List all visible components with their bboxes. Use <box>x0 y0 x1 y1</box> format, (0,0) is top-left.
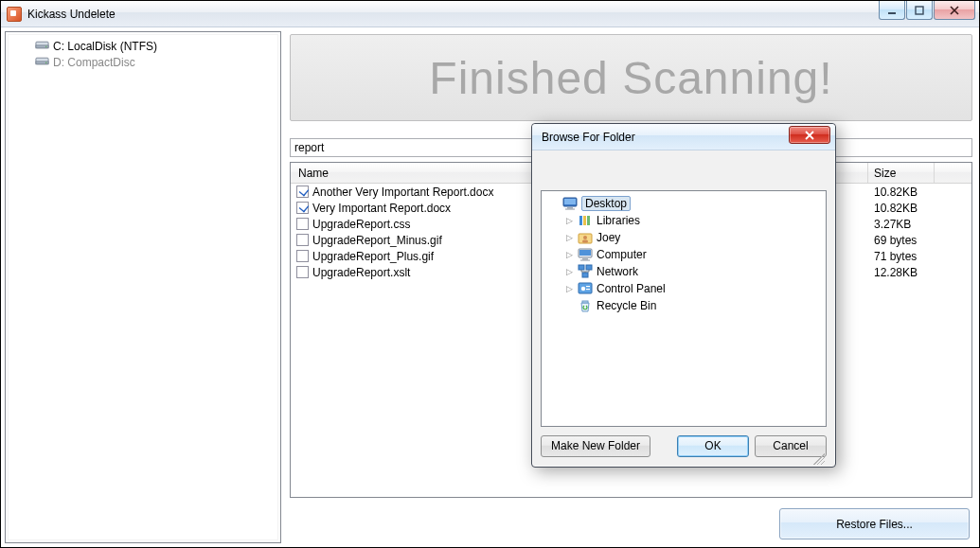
titlebar[interactable]: Kickass Undelete <box>1 1 979 27</box>
expand-arrow-icon[interactable]: ▷ <box>564 233 574 242</box>
svg-point-4 <box>45 46 47 48</box>
minimize-icon <box>887 6 897 15</box>
folder-label: Recycle Bin <box>597 299 656 312</box>
drive-label: C: LocalDisk (NTFS) <box>53 40 157 53</box>
status-banner: Finished Scanning! <box>290 34 972 121</box>
file-name: Another Very Important Report.docx <box>312 186 493 199</box>
svg-rect-13 <box>583 216 586 225</box>
column-header-size[interactable]: Size <box>868 163 935 183</box>
drive-label: D: CompactDisc <box>53 56 135 69</box>
close-icon <box>950 6 959 15</box>
folder-label: Computer <box>597 248 647 261</box>
ok-button[interactable]: OK <box>677 435 749 457</box>
svg-rect-20 <box>582 258 588 260</box>
folder-label: Desktop <box>581 196 631 211</box>
svg-rect-14 <box>587 216 590 225</box>
file-name: UpgradeReport.xslt <box>312 266 410 279</box>
restore-files-button[interactable]: Restore Files... <box>779 508 970 539</box>
svg-rect-19 <box>579 250 591 256</box>
folder-tree[interactable]: Desktop▷Libraries▷Joey▷Computer▷Network▷… <box>541 190 827 427</box>
svg-rect-0 <box>888 12 896 14</box>
drive-item[interactable]: D: CompactDisc <box>11 54 275 70</box>
user-icon <box>578 230 593 245</box>
desktop-icon <box>562 196 578 211</box>
expand-arrow-icon[interactable]: ▷ <box>564 284 574 293</box>
file-size: 10.82KB <box>868 185 935 200</box>
svg-rect-9 <box>564 199 576 204</box>
row-checkbox[interactable] <box>296 218 309 230</box>
svg-rect-10 <box>567 207 573 209</box>
svg-rect-22 <box>579 265 584 270</box>
expand-arrow-icon[interactable]: ▷ <box>564 216 574 225</box>
file-size: 69 bytes <box>868 233 935 248</box>
control-icon <box>578 281 593 296</box>
svg-rect-23 <box>586 265 592 270</box>
folder-tree-item[interactable]: Recycle Bin <box>545 297 822 314</box>
expand-arrow-icon[interactable]: ▷ <box>564 267 574 276</box>
drive-item[interactable]: C: LocalDisk (NTFS) <box>11 38 275 54</box>
file-name: UpgradeReport_Plus.gif <box>312 250 434 263</box>
file-name: UpgradeReport_Minus.gif <box>312 234 442 247</box>
svg-rect-28 <box>586 289 590 290</box>
make-new-folder-button[interactable]: Make New Folder <box>541 435 650 457</box>
recycle-icon <box>578 298 593 313</box>
svg-rect-21 <box>580 260 590 261</box>
folder-label: Joey <box>597 231 620 244</box>
file-size: 10.82KB <box>868 201 935 216</box>
row-checkbox[interactable] <box>296 250 309 262</box>
resize-grip[interactable] <box>813 453 825 465</box>
computer-icon <box>578 247 593 262</box>
window-title: Kickass Undelete <box>27 8 116 21</box>
row-checkbox[interactable] <box>296 266 309 278</box>
app-icon <box>7 7 22 22</box>
drive-icon <box>35 55 49 69</box>
dialog-titlebar[interactable]: Browse For Folder <box>532 124 835 150</box>
expand-arrow-icon[interactable]: ▷ <box>564 250 574 259</box>
file-name: Very Important Report.docx <box>312 202 451 215</box>
svg-rect-12 <box>579 216 582 225</box>
folder-label: Network <box>597 265 638 278</box>
network-icon <box>578 264 593 279</box>
row-checkbox[interactable] <box>296 234 309 246</box>
folder-tree-item[interactable]: ▷Joey <box>545 229 822 246</box>
drive-tree[interactable]: C: LocalDisk (NTFS)D: CompactDisc <box>5 31 281 543</box>
dialog-title: Browse For Folder <box>542 131 635 144</box>
svg-rect-1 <box>916 7 923 14</box>
browse-folder-dialog[interactable]: Browse For Folder Desktop▷Libraries▷Joey… <box>531 123 836 468</box>
folder-tree-item[interactable]: Desktop <box>545 195 822 212</box>
file-size: 12.28KB <box>868 265 935 280</box>
folder-tree-item[interactable]: ▷Libraries <box>545 212 822 229</box>
folder-label: Libraries <box>597 214 640 227</box>
libraries-icon <box>578 213 593 228</box>
drive-icon <box>35 39 49 53</box>
close-icon <box>805 131 814 140</box>
file-size: 3.27KB <box>868 217 935 232</box>
svg-point-7 <box>45 62 47 64</box>
folder-tree-item[interactable]: ▷Computer <box>545 246 822 263</box>
folder-tree-item[interactable]: ▷Network <box>545 263 822 280</box>
svg-point-16 <box>583 236 587 239</box>
file-size: 71 bytes <box>868 249 935 264</box>
svg-rect-24 <box>582 273 588 277</box>
dialog-close-button[interactable] <box>789 126 830 144</box>
minimize-button[interactable] <box>879 1 905 20</box>
svg-point-26 <box>581 287 585 291</box>
close-button[interactable] <box>934 1 975 20</box>
row-checkbox[interactable] <box>296 202 309 214</box>
svg-rect-29 <box>582 301 588 303</box>
maximize-icon <box>915 6 924 15</box>
folder-tree-item[interactable]: ▷Control Panel <box>545 280 822 297</box>
svg-rect-27 <box>586 286 590 287</box>
svg-rect-17 <box>582 240 588 243</box>
maximize-button[interactable] <box>906 1 933 20</box>
row-checkbox[interactable] <box>296 186 309 198</box>
svg-rect-11 <box>565 209 575 210</box>
folder-label: Control Panel <box>597 282 666 295</box>
file-name: UpgradeReport.css <box>312 218 410 231</box>
